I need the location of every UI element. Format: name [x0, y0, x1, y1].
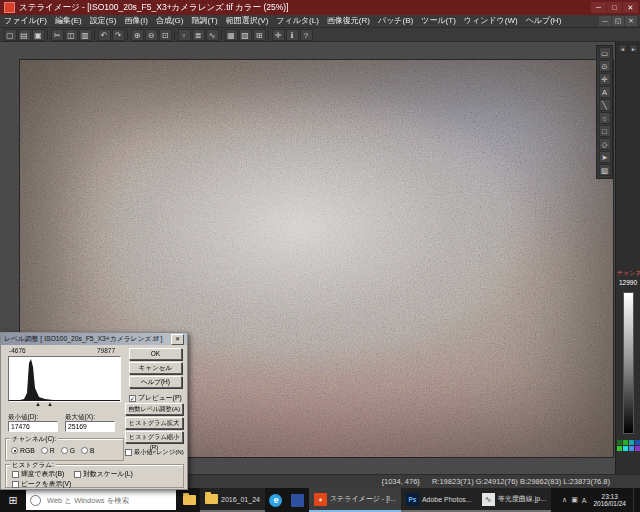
- start-button[interactable]: ⊞: [0, 488, 26, 512]
- text-tool-icon[interactable]: A: [599, 86, 611, 98]
- tray-ime-icon[interactable]: A: [582, 497, 587, 504]
- taskbar-clock[interactable]: 23:13 2016/01/24: [590, 493, 629, 508]
- swatch[interactable]: [635, 446, 640, 451]
- min-slider-handle[interactable]: ▲: [35, 401, 41, 407]
- rectangle-tool-icon[interactable]: □: [599, 125, 611, 137]
- menu-selection[interactable]: 範囲選択(V): [222, 15, 273, 27]
- dialog-titlebar[interactable]: レベル調整 [ ISO100_20s_F5_X3+カメラレンズ.tif ] ✕: [1, 333, 187, 345]
- menu-tools[interactable]: ツール(T): [417, 15, 460, 27]
- zoom-fit-icon[interactable]: ⊡: [159, 29, 172, 41]
- dialog-title: レベル調整 [ ISO100_20s_F5_X3+カメラレンズ.tif ]: [4, 334, 162, 344]
- histogram-icon[interactable]: ▦: [225, 29, 238, 41]
- panel-expand-icon[interactable]: ▸: [629, 44, 638, 53]
- arrow-tool-icon[interactable]: ➤: [599, 151, 611, 163]
- circle-tool-icon[interactable]: ○: [599, 112, 611, 124]
- taskbar-edge-button[interactable]: e: [265, 488, 287, 512]
- swatch[interactable]: [635, 440, 640, 445]
- select-area-icon[interactable]: ▫: [178, 29, 191, 41]
- menu-filter[interactable]: フィルタ(L): [272, 15, 323, 27]
- dialog-close-icon[interactable]: ✕: [171, 334, 184, 345]
- measure-icon[interactable]: ✛: [272, 29, 285, 41]
- histogram-zoom-out-button[interactable]: ヒストグラム縮小(R): [125, 431, 183, 443]
- max-value-input[interactable]: [65, 421, 115, 432]
- close-button[interactable]: ✕: [623, 2, 638, 13]
- swatch[interactable]: [623, 440, 628, 445]
- checkbox-logscale[interactable]: [74, 471, 81, 478]
- tray-expand-icon[interactable]: ∧: [562, 496, 567, 504]
- menu-settings[interactable]: 設定(S): [86, 15, 121, 27]
- zoom-tool-icon[interactable]: ⊙: [599, 60, 611, 72]
- taskbar-search[interactable]: [26, 490, 176, 510]
- picker-tool-icon[interactable]: ▧: [599, 164, 611, 176]
- checkbox-luminance[interactable]: [12, 471, 19, 478]
- channels-icon[interactable]: ▧: [239, 29, 252, 41]
- min-value-input[interactable]: [8, 421, 58, 432]
- line-tool-icon[interactable]: ╲: [599, 99, 611, 111]
- checkbox-showpeak[interactable]: [12, 481, 19, 488]
- show-desktop-button[interactable]: [633, 488, 638, 512]
- taskbar-app-button[interactable]: [287, 488, 309, 512]
- copy-icon[interactable]: ◫: [65, 29, 78, 41]
- cancel-button[interactable]: キャンセル: [129, 362, 182, 374]
- taskbar-window-stellaimage[interactable]: ✶ ステライメージ - [I...: [309, 488, 401, 512]
- checkbox-preview[interactable]: ✓: [129, 395, 136, 402]
- file-open-icon[interactable]: ▤: [18, 29, 31, 41]
- clock-date: 2016/01/24: [593, 500, 626, 508]
- undo-icon[interactable]: ↶: [98, 29, 111, 41]
- histogram-zoom-in-button[interactable]: ヒストグラム拡大(W): [125, 417, 183, 429]
- child-minimize-button[interactable]: ─: [599, 16, 611, 26]
- menu-edit[interactable]: 編集(E): [51, 15, 86, 27]
- level-gradient-bar[interactable]: [623, 292, 634, 434]
- auto-level-button[interactable]: 自動レベル調整(A): [125, 403, 183, 415]
- ok-button[interactable]: OK: [129, 348, 182, 360]
- minimize-button[interactable]: ─: [591, 2, 606, 13]
- checkbox-min-range[interactable]: [125, 449, 132, 456]
- menu-restore[interactable]: 画像復元(R): [323, 15, 374, 27]
- pixel-values: R:19823(71) G:24912(76) B:29862(83) L:23…: [432, 477, 610, 486]
- panel-collapse-icon[interactable]: ◂: [618, 44, 627, 53]
- radio-channel-rgb[interactable]: [11, 447, 18, 454]
- child-close-button[interactable]: ✕: [625, 16, 637, 26]
- taskbar-window-folder[interactable]: 2016_01_24: [200, 488, 265, 512]
- menu-batch[interactable]: バッチ(B): [374, 15, 417, 27]
- menu-window[interactable]: ウィンドウ(W): [460, 15, 522, 27]
- curves-icon[interactable]: ∿: [206, 29, 219, 41]
- file-new-icon[interactable]: ▢: [4, 29, 17, 41]
- swatch[interactable]: [623, 446, 628, 451]
- taskbar-explorer-button[interactable]: [178, 488, 200, 512]
- grid-icon[interactable]: ⊞: [253, 29, 266, 41]
- help-button[interactable]: ヘルプ(H): [129, 376, 182, 388]
- paste-icon[interactable]: ▥: [79, 29, 92, 41]
- swatch[interactable]: [629, 446, 634, 451]
- select-tool-icon[interactable]: ▭: [599, 47, 611, 59]
- radio-channel-b[interactable]: [81, 447, 88, 454]
- max-slider-handle[interactable]: ▲: [47, 401, 53, 407]
- help-icon[interactable]: ?: [300, 29, 313, 41]
- menu-help[interactable]: ヘルプ(H): [522, 15, 566, 27]
- taskbar-window-curve[interactable]: ∿ 等光度曲線.jp...: [477, 488, 551, 512]
- polygon-tool-icon[interactable]: ◇: [599, 138, 611, 150]
- child-restore-button[interactable]: ◱: [612, 16, 624, 26]
- menu-image[interactable]: 画像(I): [120, 15, 152, 27]
- swatch[interactable]: [629, 440, 634, 445]
- taskbar-window-photoshop[interactable]: Ps Adobe Photos...: [401, 488, 477, 512]
- menu-gradation[interactable]: 階調(T): [187, 15, 221, 27]
- pan-tool-icon[interactable]: ✛: [599, 73, 611, 85]
- radio-channel-r[interactable]: [41, 447, 48, 454]
- redo-icon[interactable]: ↷: [112, 29, 125, 41]
- radio-channel-g[interactable]: [61, 447, 68, 454]
- levels-icon[interactable]: ≣: [192, 29, 205, 41]
- swatch[interactable]: [617, 440, 622, 445]
- zoom-out-icon[interactable]: ⊖: [145, 29, 158, 41]
- edge-icon: e: [269, 494, 282, 507]
- cut-icon[interactable]: ✂: [51, 29, 64, 41]
- menu-composite[interactable]: 合成(G): [152, 15, 188, 27]
- search-input[interactable]: [45, 495, 167, 506]
- file-save-icon[interactable]: ▣: [32, 29, 45, 41]
- maximize-button[interactable]: □: [607, 2, 622, 13]
- tray-network-icon[interactable]: ▣: [571, 496, 578, 504]
- zoom-in-icon[interactable]: ⊕: [131, 29, 144, 41]
- info-icon[interactable]: ℹ: [286, 29, 299, 41]
- swatch[interactable]: [617, 446, 622, 451]
- menu-file[interactable]: ファイル(F): [0, 15, 51, 27]
